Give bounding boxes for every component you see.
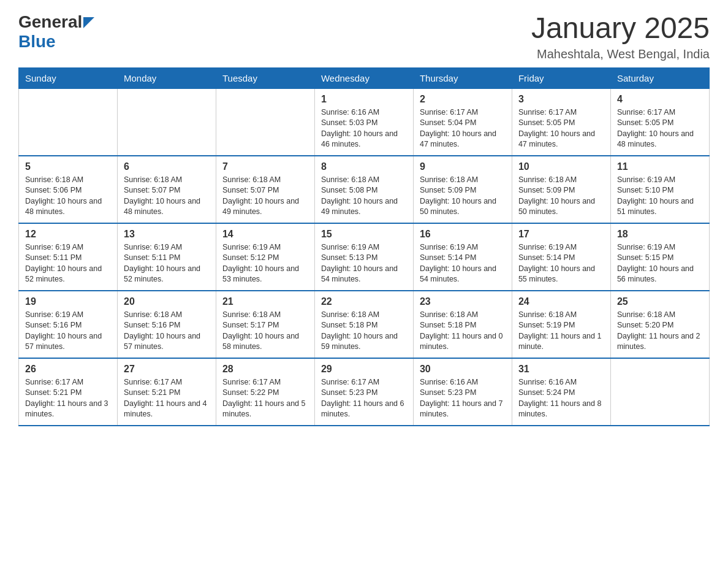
day-info: Sunrise: 6:17 AM Sunset: 5:05 PM Dayligh… xyxy=(518,107,604,150)
day-number: 19 xyxy=(25,296,111,307)
calendar-day-cell: 11Sunrise: 6:19 AM Sunset: 5:10 PM Dayli… xyxy=(610,156,709,223)
day-number: 3 xyxy=(518,94,604,105)
calendar-day-cell: 3Sunrise: 6:17 AM Sunset: 5:05 PM Daylig… xyxy=(512,88,610,156)
calendar-table: SundayMondayTuesdayWednesdayThursdayFrid… xyxy=(18,67,710,426)
logo: General Blue xyxy=(18,12,94,52)
calendar-week-row: 5Sunrise: 6:18 AM Sunset: 5:06 PM Daylig… xyxy=(19,156,710,223)
calendar-day-cell: 24Sunrise: 6:18 AM Sunset: 5:19 PM Dayli… xyxy=(512,291,610,358)
calendar-day-cell: 25Sunrise: 6:18 AM Sunset: 5:20 PM Dayli… xyxy=(610,291,709,358)
day-info: Sunrise: 6:19 AM Sunset: 5:10 PM Dayligh… xyxy=(617,175,703,218)
day-number: 26 xyxy=(25,364,111,375)
calendar-day-cell xyxy=(216,88,314,156)
calendar-day-cell: 21Sunrise: 6:18 AM Sunset: 5:17 PM Dayli… xyxy=(216,291,314,358)
day-info: Sunrise: 6:19 AM Sunset: 5:14 PM Dayligh… xyxy=(420,242,506,285)
day-info: Sunrise: 6:18 AM Sunset: 5:19 PM Dayligh… xyxy=(518,310,604,353)
day-number: 17 xyxy=(518,229,604,240)
calendar-day-cell: 19Sunrise: 6:19 AM Sunset: 5:16 PM Dayli… xyxy=(19,291,118,358)
calendar-week-row: 1Sunrise: 6:16 AM Sunset: 5:03 PM Daylig… xyxy=(19,88,710,156)
calendar-week-row: 12Sunrise: 6:19 AM Sunset: 5:11 PM Dayli… xyxy=(19,223,710,291)
day-info: Sunrise: 6:16 AM Sunset: 5:23 PM Dayligh… xyxy=(420,377,506,420)
calendar-day-cell xyxy=(610,358,709,426)
page-header: General Blue January 2025 Maheshtala, We… xyxy=(18,12,710,61)
calendar-day-header: Tuesday xyxy=(216,67,314,88)
calendar-body: 1Sunrise: 6:16 AM Sunset: 5:03 PM Daylig… xyxy=(19,88,710,426)
day-info: Sunrise: 6:19 AM Sunset: 5:14 PM Dayligh… xyxy=(518,242,604,285)
day-info: Sunrise: 6:16 AM Sunset: 5:24 PM Dayligh… xyxy=(518,377,604,420)
day-info: Sunrise: 6:19 AM Sunset: 5:11 PM Dayligh… xyxy=(25,242,111,285)
calendar-day-cell: 6Sunrise: 6:18 AM Sunset: 5:07 PM Daylig… xyxy=(117,156,216,223)
day-info: Sunrise: 6:17 AM Sunset: 5:21 PM Dayligh… xyxy=(124,377,210,420)
calendar-header: SundayMondayTuesdayWednesdayThursdayFrid… xyxy=(19,67,710,88)
day-info: Sunrise: 6:17 AM Sunset: 5:04 PM Dayligh… xyxy=(420,107,506,150)
calendar-day-cell: 2Sunrise: 6:17 AM Sunset: 5:04 PM Daylig… xyxy=(413,88,512,156)
calendar-day-cell xyxy=(117,88,216,156)
day-number: 25 xyxy=(617,296,703,307)
day-info: Sunrise: 6:18 AM Sunset: 5:07 PM Dayligh… xyxy=(222,175,308,218)
logo-blue-text: Blue xyxy=(18,32,56,52)
calendar-day-cell: 9Sunrise: 6:18 AM Sunset: 5:09 PM Daylig… xyxy=(413,156,512,223)
svg-marker-0 xyxy=(83,17,94,28)
calendar-day-cell: 20Sunrise: 6:18 AM Sunset: 5:16 PM Dayli… xyxy=(117,291,216,358)
day-info: Sunrise: 6:19 AM Sunset: 5:15 PM Dayligh… xyxy=(617,242,703,285)
calendar-day-cell: 4Sunrise: 6:17 AM Sunset: 5:05 PM Daylig… xyxy=(610,88,709,156)
day-number: 11 xyxy=(617,161,703,172)
calendar-day-cell: 5Sunrise: 6:18 AM Sunset: 5:06 PM Daylig… xyxy=(19,156,118,223)
day-info: Sunrise: 6:17 AM Sunset: 5:05 PM Dayligh… xyxy=(617,107,703,150)
day-number: 9 xyxy=(420,161,506,172)
day-info: Sunrise: 6:17 AM Sunset: 5:23 PM Dayligh… xyxy=(321,377,407,420)
day-number: 31 xyxy=(518,364,604,375)
day-number: 5 xyxy=(25,161,111,172)
calendar-day-cell: 17Sunrise: 6:19 AM Sunset: 5:14 PM Dayli… xyxy=(512,223,610,291)
calendar-day-header: Monday xyxy=(117,67,216,88)
logo-triangle-icon xyxy=(83,17,94,28)
calendar-day-cell: 15Sunrise: 6:19 AM Sunset: 5:13 PM Dayli… xyxy=(314,223,413,291)
day-info: Sunrise: 6:17 AM Sunset: 5:22 PM Dayligh… xyxy=(222,377,308,420)
calendar-day-cell: 27Sunrise: 6:17 AM Sunset: 5:21 PM Dayli… xyxy=(117,358,216,426)
calendar-day-cell: 7Sunrise: 6:18 AM Sunset: 5:07 PM Daylig… xyxy=(216,156,314,223)
calendar-day-cell: 29Sunrise: 6:17 AM Sunset: 5:23 PM Dayli… xyxy=(314,358,413,426)
day-number: 27 xyxy=(124,364,210,375)
day-info: Sunrise: 6:19 AM Sunset: 5:16 PM Dayligh… xyxy=(25,310,111,353)
calendar-day-cell: 10Sunrise: 6:18 AM Sunset: 5:09 PM Dayli… xyxy=(512,156,610,223)
calendar-day-header: Thursday xyxy=(413,67,512,88)
day-number: 7 xyxy=(222,161,308,172)
day-number: 10 xyxy=(518,161,604,172)
calendar-header-row: SundayMondayTuesdayWednesdayThursdayFrid… xyxy=(19,67,710,88)
day-number: 16 xyxy=(420,229,506,240)
day-info: Sunrise: 6:18 AM Sunset: 5:18 PM Dayligh… xyxy=(321,310,407,353)
day-number: 23 xyxy=(420,296,506,307)
day-info: Sunrise: 6:19 AM Sunset: 5:13 PM Dayligh… xyxy=(321,242,407,285)
calendar-day-cell: 22Sunrise: 6:18 AM Sunset: 5:18 PM Dayli… xyxy=(314,291,413,358)
day-number: 29 xyxy=(321,364,407,375)
calendar-day-cell: 28Sunrise: 6:17 AM Sunset: 5:22 PM Dayli… xyxy=(216,358,314,426)
calendar-day-cell: 14Sunrise: 6:19 AM Sunset: 5:12 PM Dayli… xyxy=(216,223,314,291)
calendar-week-row: 26Sunrise: 6:17 AM Sunset: 5:21 PM Dayli… xyxy=(19,358,710,426)
day-info: Sunrise: 6:18 AM Sunset: 5:09 PM Dayligh… xyxy=(420,175,506,218)
day-info: Sunrise: 6:18 AM Sunset: 5:07 PM Dayligh… xyxy=(124,175,210,218)
day-number: 4 xyxy=(617,94,703,105)
day-number: 1 xyxy=(321,94,407,105)
day-number: 13 xyxy=(124,229,210,240)
day-number: 6 xyxy=(124,161,210,172)
calendar-day-cell: 30Sunrise: 6:16 AM Sunset: 5:23 PM Dayli… xyxy=(413,358,512,426)
day-info: Sunrise: 6:19 AM Sunset: 5:11 PM Dayligh… xyxy=(124,242,210,285)
calendar-day-cell: 8Sunrise: 6:18 AM Sunset: 5:08 PM Daylig… xyxy=(314,156,413,223)
day-info: Sunrise: 6:18 AM Sunset: 5:09 PM Dayligh… xyxy=(518,175,604,218)
day-info: Sunrise: 6:18 AM Sunset: 5:17 PM Dayligh… xyxy=(222,310,308,353)
calendar-day-cell: 12Sunrise: 6:19 AM Sunset: 5:11 PM Dayli… xyxy=(19,223,118,291)
calendar-day-cell: 31Sunrise: 6:16 AM Sunset: 5:24 PM Dayli… xyxy=(512,358,610,426)
calendar-day-header: Friday xyxy=(512,67,610,88)
day-info: Sunrise: 6:18 AM Sunset: 5:18 PM Dayligh… xyxy=(420,310,506,353)
calendar-week-row: 19Sunrise: 6:19 AM Sunset: 5:16 PM Dayli… xyxy=(19,291,710,358)
day-number: 15 xyxy=(321,229,407,240)
page-subtitle: Maheshtala, West Bengal, India xyxy=(531,47,710,61)
day-number: 21 xyxy=(222,296,308,307)
calendar-day-header: Wednesday xyxy=(314,67,413,88)
calendar-day-cell: 23Sunrise: 6:18 AM Sunset: 5:18 PM Dayli… xyxy=(413,291,512,358)
day-number: 2 xyxy=(420,94,506,105)
calendar-day-cell: 13Sunrise: 6:19 AM Sunset: 5:11 PM Dayli… xyxy=(117,223,216,291)
calendar-day-cell: 26Sunrise: 6:17 AM Sunset: 5:21 PM Dayli… xyxy=(19,358,118,426)
day-info: Sunrise: 6:18 AM Sunset: 5:08 PM Dayligh… xyxy=(321,175,407,218)
day-number: 18 xyxy=(617,229,703,240)
day-info: Sunrise: 6:18 AM Sunset: 5:16 PM Dayligh… xyxy=(124,310,210,353)
